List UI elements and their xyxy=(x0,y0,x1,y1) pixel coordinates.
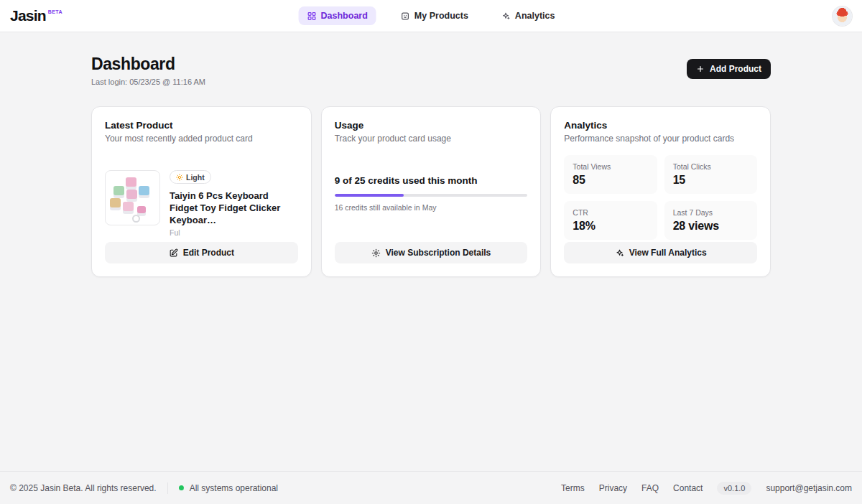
theme-badge: Light xyxy=(170,170,211,184)
page-header: Dashboard Last login: 05/23/25 @ 11:16 A… xyxy=(91,55,771,86)
view-full-analytics-label: View Full Analytics xyxy=(629,248,707,258)
nav-tab-label: My Products xyxy=(414,11,468,21)
stat-value: 28 views xyxy=(673,220,749,233)
stat-label: Total Views xyxy=(573,162,648,171)
sun-icon xyxy=(176,174,183,181)
sparkles-icon xyxy=(615,248,624,258)
nav-tab-analytics[interactable]: Analytics xyxy=(493,6,564,25)
system-status-text: All systems operational xyxy=(190,483,278,493)
status-dot xyxy=(179,485,184,490)
nav-tab-label: Analytics xyxy=(515,11,555,21)
footer-divider xyxy=(167,482,168,494)
main-nav: Dashboard My Products Analytics xyxy=(299,0,564,32)
footer-link-privacy[interactable]: Privacy xyxy=(599,483,627,493)
card-subtitle: Performance snapshot of your product car… xyxy=(564,134,757,144)
stat-label: CTR xyxy=(573,208,648,217)
product-description: Ful xyxy=(170,228,289,237)
keycap xyxy=(126,190,137,199)
stat-tile-total-views: Total Views 85 xyxy=(564,155,657,194)
edit-product-button[interactable]: Edit Product xyxy=(105,242,298,263)
beta-badge: BETA xyxy=(48,9,62,14)
analytics-card: Analytics Performance snapshot of your p… xyxy=(550,106,771,277)
pencil-square-icon xyxy=(169,248,178,258)
stat-tile-total-clicks: Total Clicks 15 xyxy=(664,155,757,194)
keycap xyxy=(126,177,136,187)
stat-value: 18% xyxy=(573,220,648,233)
edit-product-label: Edit Product xyxy=(183,248,234,258)
product-name: Taiyin 6 Pcs Keyboard Fidget Toy Fidget … xyxy=(170,190,289,226)
dashboard-cards: Latest Product Your most recently added … xyxy=(91,106,771,277)
nav-tab-my-products[interactable]: My Products xyxy=(392,6,477,25)
footer: © 2025 Jasin Beta. All rights reserved. … xyxy=(0,471,862,504)
analytics-stats-grid: Total Views 85 Total Clicks 15 CTR 18% L… xyxy=(564,155,757,240)
nav-tab-label: Dashboard xyxy=(321,11,368,21)
product-card-icon xyxy=(401,11,410,21)
stat-tile-last-7-days: Last 7 Days 28 views xyxy=(664,201,757,240)
view-subscription-button[interactable]: View Subscription Details xyxy=(335,242,528,263)
card-subtitle: Your most recently added product card xyxy=(105,134,298,144)
main-content: Dashboard Last login: 05/23/25 @ 11:16 A… xyxy=(0,32,862,471)
keycap xyxy=(139,186,149,195)
usage-card: Usage Track your product card usage 9 of… xyxy=(321,106,542,277)
footer-left: © 2025 Jasin Beta. All rights reserved. … xyxy=(10,482,278,494)
last-login-text: Last login: 05/23/25 @ 11:16 AM xyxy=(91,78,205,86)
card-subtitle: Track your product card usage xyxy=(335,134,528,144)
layout-grid-icon xyxy=(307,11,317,21)
credits-used-text: 9 of 25 credits used this month xyxy=(335,175,528,186)
footer-right: Terms Privacy FAQ Contact v0.1.0 support… xyxy=(561,482,852,495)
stat-value: 85 xyxy=(573,174,648,187)
product-thumbnail xyxy=(105,170,160,225)
footer-link-terms[interactable]: Terms xyxy=(561,483,585,493)
stat-label: Total Clicks xyxy=(673,162,749,171)
keycap xyxy=(110,198,121,207)
sparkles-icon xyxy=(501,11,511,21)
view-subscription-label: View Subscription Details xyxy=(386,248,491,258)
keycap xyxy=(123,202,134,211)
latest-product-card: Latest Product Your most recently added … xyxy=(91,106,312,277)
stat-value: 15 xyxy=(673,174,749,187)
card-title: Usage xyxy=(335,120,528,131)
keycap-keychain xyxy=(137,206,146,213)
nav-tab-dashboard[interactable]: Dashboard xyxy=(299,6,376,25)
version-badge: v0.1.0 xyxy=(717,482,751,495)
keycap xyxy=(113,186,124,195)
stat-tile-ctr: CTR 18% xyxy=(564,201,657,240)
add-product-label: Add Product xyxy=(710,64,761,74)
footer-link-faq[interactable]: FAQ xyxy=(641,483,659,493)
view-full-analytics-button[interactable]: View Full Analytics xyxy=(564,242,757,263)
usage-progress-bar xyxy=(335,194,528,197)
theme-badge-label: Light xyxy=(186,173,205,182)
copyright-text: © 2025 Jasin Beta. All rights reserved. xyxy=(10,483,157,493)
add-product-button[interactable]: Add Product xyxy=(687,59,771,79)
credits-available-text: 16 credits still available in May xyxy=(335,203,528,212)
card-title: Analytics xyxy=(564,120,757,131)
top-navigation-bar: Jasin BETA Dashboard My Products Analyti… xyxy=(0,0,862,32)
product-info: Light Taiyin 6 Pcs Keyboard Fidget Toy F… xyxy=(170,170,289,237)
user-avatar[interactable] xyxy=(833,6,852,26)
page-title: Dashboard xyxy=(91,55,205,74)
plus-icon xyxy=(696,65,705,73)
brand-name: Jasin xyxy=(10,7,46,24)
product-row: Light Taiyin 6 Pcs Keyboard Fidget Toy F… xyxy=(105,170,298,237)
brand-logo[interactable]: Jasin BETA xyxy=(10,7,62,24)
gear-icon xyxy=(371,248,381,258)
footer-link-contact[interactable]: Contact xyxy=(673,483,703,493)
stat-label: Last 7 Days xyxy=(673,208,749,217)
usage-progress-fill xyxy=(335,194,404,197)
support-email-link[interactable]: support@getjasin.com xyxy=(766,483,852,493)
card-title: Latest Product xyxy=(105,120,298,131)
